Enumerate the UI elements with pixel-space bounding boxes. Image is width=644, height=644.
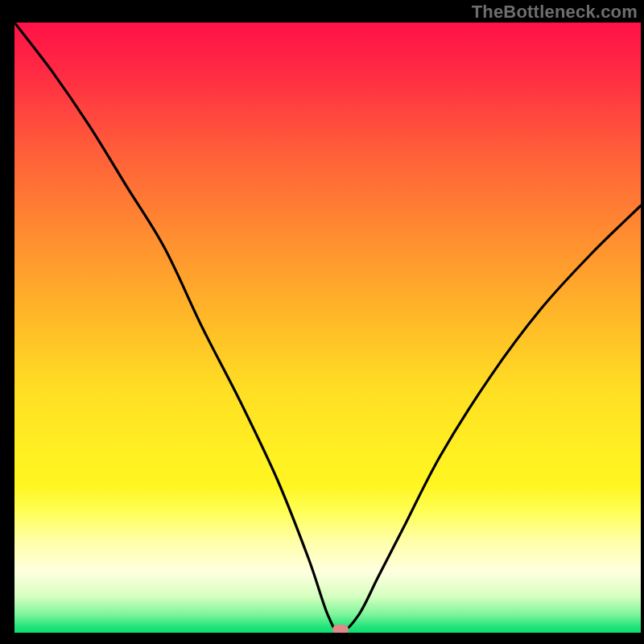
watermark-text: TheBottleneck.com <box>472 2 638 23</box>
chart-stage: TheBottleneck.com <box>0 0 644 644</box>
optimum-marker <box>332 625 349 633</box>
plot-area <box>14 23 641 633</box>
bottleneck-curve <box>14 23 641 633</box>
